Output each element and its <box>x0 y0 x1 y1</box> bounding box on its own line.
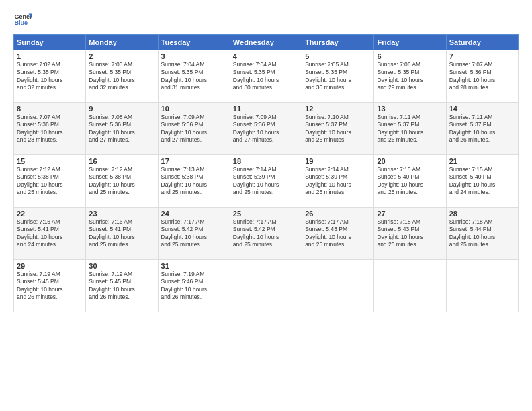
calendar-cell: 6Sunrise: 7:06 AM Sunset: 5:35 PM Daylig… <box>374 50 446 103</box>
day-number: 6 <box>377 52 443 60</box>
calendar-cell: 13Sunrise: 7:11 AM Sunset: 5:37 PM Dayli… <box>374 103 446 155</box>
day-number: 7 <box>449 52 515 60</box>
day-info: Sunrise: 7:17 AM Sunset: 5:42 PM Dayligh… <box>161 218 227 249</box>
day-info: Sunrise: 7:15 AM Sunset: 5:40 PM Dayligh… <box>449 166 515 197</box>
day-number: 18 <box>233 157 299 165</box>
day-number: 22 <box>17 210 83 218</box>
calendar-week-row: 22Sunrise: 7:16 AM Sunset: 5:41 PM Dayli… <box>14 208 519 260</box>
day-number: 31 <box>161 262 227 270</box>
calendar-cell: 20Sunrise: 7:15 AM Sunset: 5:40 PM Dayli… <box>374 155 446 208</box>
calendar-cell: 30Sunrise: 7:19 AM Sunset: 5:45 PM Dayli… <box>86 260 158 312</box>
calendar-week-row: 15Sunrise: 7:12 AM Sunset: 5:38 PM Dayli… <box>14 155 519 208</box>
day-number: 30 <box>89 262 154 270</box>
day-number: 25 <box>233 210 299 218</box>
day-info: Sunrise: 7:06 AM Sunset: 5:35 PM Dayligh… <box>377 61 443 92</box>
calendar-cell: 23Sunrise: 7:16 AM Sunset: 5:41 PM Dayli… <box>86 208 158 260</box>
day-number: 3 <box>161 52 227 60</box>
calendar-header-thursday: Thursday <box>302 35 374 50</box>
day-number: 20 <box>377 157 443 165</box>
day-number: 19 <box>305 157 371 165</box>
day-info: Sunrise: 7:17 AM Sunset: 5:42 PM Dayligh… <box>233 218 299 249</box>
day-info: Sunrise: 7:19 AM Sunset: 5:46 PM Dayligh… <box>161 271 227 302</box>
day-info: Sunrise: 7:07 AM Sunset: 5:36 PM Dayligh… <box>17 113 83 144</box>
day-info: Sunrise: 7:12 AM Sunset: 5:38 PM Dayligh… <box>17 166 83 197</box>
calendar-header-sunday: Sunday <box>14 35 86 50</box>
day-info: Sunrise: 7:12 AM Sunset: 5:38 PM Dayligh… <box>89 166 154 197</box>
calendar-cell <box>374 260 446 312</box>
calendar-header-monday: Monday <box>86 35 158 50</box>
calendar-cell: 31Sunrise: 7:19 AM Sunset: 5:46 PM Dayli… <box>158 260 230 312</box>
day-number: 5 <box>305 52 371 60</box>
calendar-header-wednesday: Wednesday <box>230 35 302 50</box>
day-number: 12 <box>305 105 371 113</box>
calendar-week-row: 29Sunrise: 7:19 AM Sunset: 5:45 PM Dayli… <box>14 260 519 312</box>
day-number: 28 <box>449 210 515 218</box>
day-number: 24 <box>161 210 227 218</box>
calendar-table: SundayMondayTuesdayWednesdayThursdayFrid… <box>13 34 519 312</box>
calendar-header-friday: Friday <box>374 35 446 50</box>
day-number: 27 <box>377 210 443 218</box>
day-number: 16 <box>89 157 154 165</box>
day-info: Sunrise: 7:07 AM Sunset: 5:36 PM Dayligh… <box>449 61 515 92</box>
day-number: 10 <box>161 105 227 113</box>
day-number: 11 <box>233 105 299 113</box>
calendar-cell: 22Sunrise: 7:16 AM Sunset: 5:41 PM Dayli… <box>14 208 86 260</box>
day-number: 15 <box>17 157 83 165</box>
calendar-cell: 5Sunrise: 7:05 AM Sunset: 5:35 PM Daylig… <box>302 50 374 103</box>
calendar-header-tuesday: Tuesday <box>158 35 230 50</box>
day-info: Sunrise: 7:14 AM Sunset: 5:39 PM Dayligh… <box>233 166 299 197</box>
calendar-cell <box>302 260 374 312</box>
day-number: 26 <box>305 210 371 218</box>
calendar-header-row: SundayMondayTuesdayWednesdayThursdayFrid… <box>14 35 519 50</box>
calendar-week-row: 1Sunrise: 7:02 AM Sunset: 5:35 PM Daylig… <box>14 50 519 103</box>
calendar-cell: 11Sunrise: 7:09 AM Sunset: 5:36 PM Dayli… <box>230 103 302 155</box>
day-info: Sunrise: 7:04 AM Sunset: 5:35 PM Dayligh… <box>161 61 227 92</box>
day-number: 29 <box>17 262 83 270</box>
day-number: 2 <box>89 52 154 60</box>
calendar-cell: 12Sunrise: 7:10 AM Sunset: 5:37 PM Dayli… <box>302 103 374 155</box>
calendar-cell: 1Sunrise: 7:02 AM Sunset: 5:35 PM Daylig… <box>14 50 86 103</box>
calendar-cell: 17Sunrise: 7:13 AM Sunset: 5:38 PM Dayli… <box>158 155 230 208</box>
day-info: Sunrise: 7:02 AM Sunset: 5:35 PM Dayligh… <box>17 61 83 92</box>
day-info: Sunrise: 7:09 AM Sunset: 5:36 PM Dayligh… <box>161 113 227 144</box>
day-number: 14 <box>449 105 515 113</box>
day-info: Sunrise: 7:09 AM Sunset: 5:36 PM Dayligh… <box>233 113 299 144</box>
calendar-cell: 28Sunrise: 7:18 AM Sunset: 5:44 PM Dayli… <box>446 208 518 260</box>
calendar-cell: 10Sunrise: 7:09 AM Sunset: 5:36 PM Dayli… <box>158 103 230 155</box>
calendar-cell: 2Sunrise: 7:03 AM Sunset: 5:35 PM Daylig… <box>86 50 158 103</box>
calendar-cell: 7Sunrise: 7:07 AM Sunset: 5:36 PM Daylig… <box>446 50 518 103</box>
calendar-cell <box>230 260 302 312</box>
calendar-cell <box>446 260 518 312</box>
calendar-cell: 15Sunrise: 7:12 AM Sunset: 5:38 PM Dayli… <box>14 155 86 208</box>
day-info: Sunrise: 7:16 AM Sunset: 5:41 PM Dayligh… <box>89 218 154 249</box>
day-info: Sunrise: 7:04 AM Sunset: 5:35 PM Dayligh… <box>233 61 299 92</box>
calendar-cell: 21Sunrise: 7:15 AM Sunset: 5:40 PM Dayli… <box>446 155 518 208</box>
day-number: 21 <box>449 157 515 165</box>
day-info: Sunrise: 7:05 AM Sunset: 5:35 PM Dayligh… <box>305 61 371 92</box>
calendar-header-saturday: Saturday <box>446 35 518 50</box>
day-info: Sunrise: 7:18 AM Sunset: 5:43 PM Dayligh… <box>377 218 443 249</box>
calendar-cell: 24Sunrise: 7:17 AM Sunset: 5:42 PM Dayli… <box>158 208 230 260</box>
day-info: Sunrise: 7:14 AM Sunset: 5:39 PM Dayligh… <box>305 166 371 197</box>
day-info: Sunrise: 7:11 AM Sunset: 5:37 PM Dayligh… <box>449 113 515 144</box>
logo-icon: General Blue <box>13 10 32 29</box>
calendar-cell: 14Sunrise: 7:11 AM Sunset: 5:37 PM Dayli… <box>446 103 518 155</box>
day-number: 23 <box>89 210 154 218</box>
day-number: 13 <box>377 105 443 113</box>
day-number: 4 <box>233 52 299 60</box>
svg-text:Blue: Blue <box>14 19 28 26</box>
day-info: Sunrise: 7:03 AM Sunset: 5:35 PM Dayligh… <box>89 61 154 92</box>
calendar-cell: 18Sunrise: 7:14 AM Sunset: 5:39 PM Dayli… <box>230 155 302 208</box>
logo: General Blue <box>13 10 32 29</box>
day-info: Sunrise: 7:17 AM Sunset: 5:43 PM Dayligh… <box>305 218 371 249</box>
page: General Blue SundayMondayTuesdayWednesda… <box>0 0 532 411</box>
day-info: Sunrise: 7:15 AM Sunset: 5:40 PM Dayligh… <box>377 166 443 197</box>
day-info: Sunrise: 7:19 AM Sunset: 5:45 PM Dayligh… <box>17 271 83 302</box>
calendar-cell: 29Sunrise: 7:19 AM Sunset: 5:45 PM Dayli… <box>14 260 86 312</box>
calendar-cell: 4Sunrise: 7:04 AM Sunset: 5:35 PM Daylig… <box>230 50 302 103</box>
calendar-cell: 27Sunrise: 7:18 AM Sunset: 5:43 PM Dayli… <box>374 208 446 260</box>
day-info: Sunrise: 7:11 AM Sunset: 5:37 PM Dayligh… <box>377 113 443 144</box>
day-info: Sunrise: 7:10 AM Sunset: 5:37 PM Dayligh… <box>305 113 371 144</box>
calendar-cell: 16Sunrise: 7:12 AM Sunset: 5:38 PM Dayli… <box>86 155 158 208</box>
day-number: 8 <box>17 105 83 113</box>
